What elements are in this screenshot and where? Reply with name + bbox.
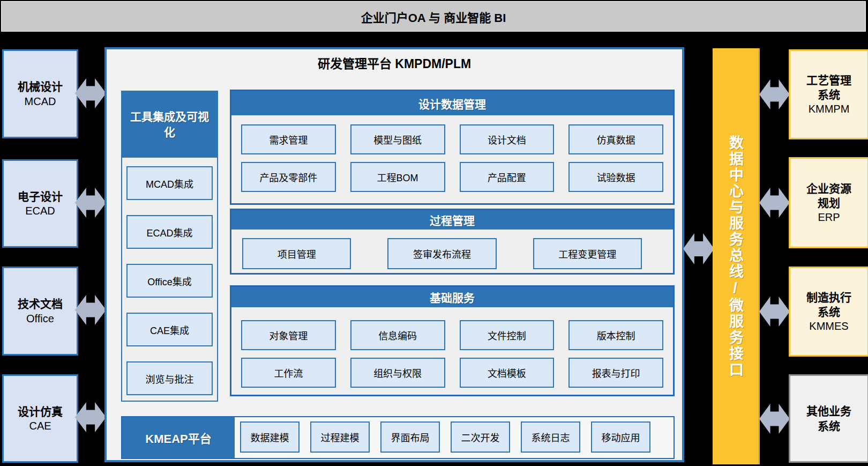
function-item: 仿真数据 [568, 124, 663, 154]
plm-platform-panel: 研发管理平台 KMPDM/PLM 工具集成及可视化 MCAD集成 ECAD集成 … [104, 47, 684, 462]
tool-item: ECAD集成 [126, 215, 213, 249]
left-right-arrow-icon [683, 233, 714, 264]
tool-item: CAE集成 [126, 313, 213, 346]
section-title: 基础服务 [231, 287, 673, 307]
left-system-ecad: 电子设计 ECAD [2, 159, 78, 248]
left-system-mcad: 机械设计 MCAD [2, 49, 78, 138]
kmeap-items: 数据建模 过程建模 界面布局 二次开发 系统日志 移动应用 [235, 417, 650, 458]
system-code: Office [26, 312, 54, 326]
section-items: 需求管理 模型与图纸 设计文档 仿真数据 产品及零部件 工程BOM 产品配置 试… [231, 115, 673, 192]
kmeap-item: 系统日志 [521, 421, 580, 453]
section-process-management: 过程管理 项目管理 签审发布流程 工程变更管理 [230, 209, 675, 275]
system-name: 工艺管理系统 [803, 73, 855, 102]
kmeap-title: KMEAP平台 [122, 417, 235, 458]
service-bus-title: 数据中心与服务总线/微服务接口 [725, 135, 746, 378]
left-right-arrow-icon [759, 297, 790, 327]
kmeap-item: 数据建模 [240, 421, 300, 453]
left-system-cae: 设计仿真 CAE [2, 374, 78, 463]
service-bus-bar: 数据中心与服务总线/微服务接口 [713, 48, 760, 464]
tool-panel-title: 工具集成及可视化 [122, 92, 217, 158]
right-system-kmmpm: 工艺管理系统 KMMPM [789, 49, 868, 139]
tool-integration-panel: 工具集成及可视化 MCAD集成 ECAD集成 Office集成 CAE集成 浏览… [121, 91, 218, 402]
section-basic-services: 基础服务 对象管理 信息编码 文件控制 版本控制 工作流 组织与权限 文档模板 … [230, 285, 675, 396]
system-name: 设计仿真 [18, 404, 63, 419]
system-name: 制造执行系统 [803, 290, 855, 320]
right-system-erp: 企业资源规划 ERP [789, 157, 868, 248]
left-right-arrow-icon [75, 188, 106, 218]
tool-panel-items: MCAD集成 ECAD集成 Office集成 CAE集成 浏览与批注 [122, 158, 217, 395]
system-code: ECAD [25, 204, 55, 218]
tool-item: MCAD集成 [126, 166, 213, 200]
kmeap-item: 过程建模 [310, 421, 370, 453]
function-item: 对象管理 [241, 320, 336, 350]
section-title: 设计数据管理 [231, 91, 673, 115]
system-code: ERP [818, 210, 840, 224]
function-item: 产品及零部件 [241, 162, 336, 192]
function-item: 版本控制 [568, 320, 663, 350]
function-item: 信息编码 [350, 320, 445, 350]
function-item: 工程变更管理 [533, 238, 642, 269]
system-name: 其他业务系统 [803, 404, 855, 433]
function-item: 工作流 [241, 358, 336, 388]
plm-architecture-diagram: 企业门户OA 与 商业智能 BI 机械设计 MCAD 电子设计 ECAD 技术文… [0, 0, 868, 466]
function-item: 签审发布流程 [387, 238, 496, 269]
function-item: 文档模板 [460, 358, 555, 388]
function-item: 设计文档 [460, 124, 555, 154]
function-item: 试验数据 [568, 162, 663, 192]
right-system-other: 其他业务系统 [789, 374, 868, 463]
section-title: 过程管理 [231, 210, 673, 230]
top-banner: 企业门户OA 与 商业智能 BI [1, 1, 866, 32]
function-item: 产品配置 [460, 162, 555, 192]
system-name: 电子设计 [18, 189, 63, 204]
left-system-office: 技术文档 Office [2, 267, 78, 356]
function-item: 组织与权限 [350, 358, 445, 388]
kmeap-item: 移动应用 [591, 421, 650, 453]
section-design-data-management: 设计数据管理 需求管理 模型与图纸 设计文档 仿真数据 产品及零部件 工程BOM… [230, 90, 675, 205]
left-right-arrow-icon [75, 78, 106, 108]
kmeap-platform-bar: KMEAP平台 数据建模 过程建模 界面布局 二次开发 系统日志 移动应用 [121, 416, 675, 459]
kmeap-item: 二次开发 [451, 421, 510, 453]
left-right-arrow-icon [759, 188, 790, 218]
left-right-arrow-icon [75, 402, 106, 432]
left-right-arrow-icon [759, 79, 790, 109]
tool-item: 浏览与批注 [126, 361, 213, 395]
system-code: KMMPM [809, 102, 850, 116]
kmeap-item: 界面布局 [380, 421, 440, 453]
function-item: 文件控制 [460, 320, 555, 350]
function-item: 模型与图纸 [350, 124, 445, 154]
platform-title: 研发管理平台 KMPDM/PLM [107, 54, 682, 72]
section-items: 对象管理 信息编码 文件控制 版本控制 工作流 组织与权限 文档模板 报表与打印 [231, 307, 673, 388]
left-right-arrow-icon [759, 404, 790, 434]
section-items: 项目管理 签审发布流程 工程变更管理 [231, 230, 673, 269]
function-item: 报表与打印 [568, 358, 663, 388]
system-code: MCAD [25, 94, 56, 108]
left-right-arrow-icon [75, 295, 106, 325]
system-name: 机械设计 [18, 79, 63, 94]
function-item: 需求管理 [241, 124, 336, 154]
system-code: KMMES [809, 319, 848, 333]
right-system-kmmes: 制造执行系统 KMMES [789, 267, 868, 357]
system-name: 企业资源规划 [803, 181, 855, 211]
system-code: CAE [29, 419, 51, 433]
banner-title: 企业门户OA 与 商业智能 BI [361, 8, 506, 25]
system-name: 技术文档 [18, 297, 63, 311]
function-item: 项目管理 [242, 238, 351, 269]
function-item: 工程BOM [350, 162, 445, 192]
tool-item: Office集成 [126, 264, 213, 298]
